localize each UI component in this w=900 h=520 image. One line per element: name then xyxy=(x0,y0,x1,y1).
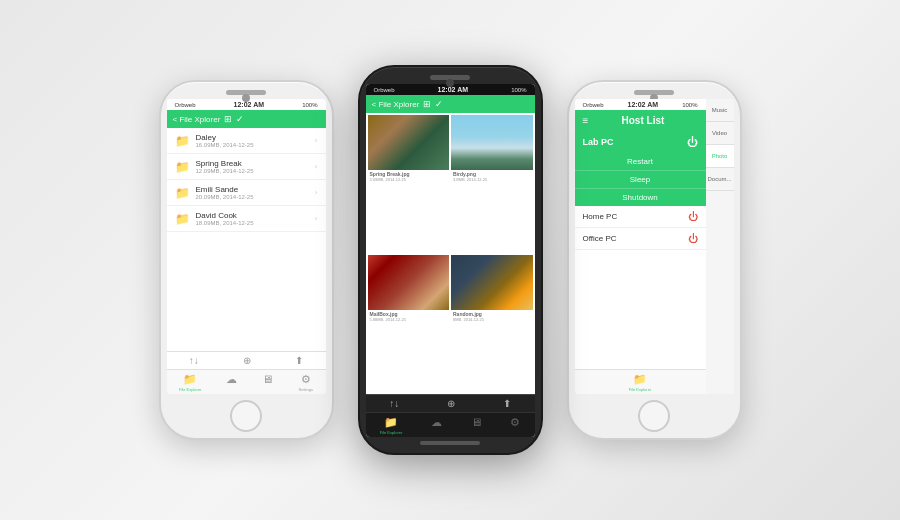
file-item-emili[interactable]: 📁 Emili Sande 20.09MB, 2014-12-25 › xyxy=(167,180,326,206)
left-header-icons: ⊞ ✓ xyxy=(224,114,244,124)
nav-label: File Explorer xyxy=(380,430,402,435)
left-time: 12:02 AM xyxy=(234,101,264,108)
office-pc-name: Office PC xyxy=(583,234,617,243)
middle-home-bar[interactable] xyxy=(420,441,480,445)
left-battery: 100% xyxy=(302,102,317,108)
grid-icon[interactable]: ⊞ xyxy=(224,114,232,124)
add-btn[interactable]: ⊕ xyxy=(243,355,251,366)
middle-phone: Orbweb 12:02 AM 100% < File Xplorer ⊞ ✓ xyxy=(358,65,543,455)
file-info-david: David Cook 18.09MB, 2014-12-25 xyxy=(196,211,309,226)
nav-screen[interactable]: 🖥 xyxy=(471,416,482,435)
nav-settings[interactable]: ⚙ xyxy=(510,416,520,435)
right-bottom-nav: 📁 File Explorer xyxy=(575,369,706,394)
share-btn[interactable]: ⬆ xyxy=(503,398,511,409)
left-app-header: < File Xplorer ⊞ ✓ xyxy=(167,110,326,128)
left-home-btn[interactable] xyxy=(230,400,262,432)
home-pc-name: Home PC xyxy=(583,212,618,221)
folder-icon: 📁 xyxy=(175,186,190,200)
right-carrier: Orbweb xyxy=(583,102,604,108)
nav-cloud[interactable]: ☁ xyxy=(226,373,237,392)
left-phone: Orbweb 12:02 AM 100% < File Xplorer ⊞ ✓ … xyxy=(159,80,334,440)
lab-pc-name: Lab PC xyxy=(583,137,614,147)
check-icon[interactable]: ✓ xyxy=(236,114,244,124)
home-pc-row[interactable]: Home PC ⏻ xyxy=(575,206,706,228)
lab-pc-row[interactable]: Lab PC ⏻ xyxy=(575,131,706,153)
right-phone: Orbweb 12:02 AM 100% ≡ Host List Lab PC … xyxy=(567,80,742,440)
add-icon: ⊕ xyxy=(447,398,455,409)
left-phone-camera xyxy=(242,94,250,102)
middle-header-icons: ⊞ ✓ xyxy=(423,99,443,109)
photo-mailbox-label: MailBox.jpg 5.88MB, 2014-12-25 xyxy=(368,310,450,323)
settings-icon: ⚙ xyxy=(301,373,311,386)
sort-btn[interactable]: ↑↓ xyxy=(189,355,199,366)
nav-fileexplorer[interactable]: 📁 File Explorer xyxy=(380,416,402,435)
sleep-btn[interactable]: Sleep xyxy=(575,171,706,189)
nav-fileexplorer[interactable]: 📁 File Explorer xyxy=(179,373,201,392)
nav-screen[interactable]: 🖥 xyxy=(262,373,273,392)
right-battery: 100% xyxy=(682,102,697,108)
sort-icon: ↑↓ xyxy=(389,398,399,409)
file-name: David Cook xyxy=(196,211,309,220)
tab-music[interactable]: Music xyxy=(706,99,734,122)
power-icon-labpc[interactable]: ⏻ xyxy=(687,136,698,148)
file-meta: 20.09MB, 2014-12-25 xyxy=(196,194,309,200)
chevron-icon: › xyxy=(315,214,318,223)
chevron-icon: › xyxy=(315,136,318,145)
add-btn[interactable]: ⊕ xyxy=(447,398,455,409)
file-meta: 16.09MB, 2014-12-25 xyxy=(196,142,309,148)
right-home-btn[interactable] xyxy=(638,400,670,432)
file-item-david[interactable]: 📁 David Cook 18.09MB, 2014-12-25 › xyxy=(167,206,326,232)
middle-back-btn[interactable]: < File Xplorer xyxy=(372,100,420,109)
middle-battery: 100% xyxy=(511,87,526,93)
sort-btn[interactable]: ↑↓ xyxy=(389,398,399,409)
cloud-icon: ☁ xyxy=(226,373,237,386)
host-list-title: Host List xyxy=(588,115,697,126)
tab-photo[interactable]: Photo xyxy=(706,145,734,168)
photo-springbreak[interactable]: Spring Break.jpg 3.09MB, 2014-12-25 xyxy=(368,115,450,253)
nav-settings[interactable]: ⚙ Settings xyxy=(299,373,313,392)
add-icon: ⊕ xyxy=(243,355,251,366)
grid-icon[interactable]: ⊞ xyxy=(423,99,431,109)
photo-random[interactable]: Random.jpg 8MB, 2014-12-25 xyxy=(451,255,533,393)
chevron-icon: › xyxy=(315,162,318,171)
nav-label: File Explorer xyxy=(629,387,651,392)
left-back-btn[interactable]: < File Xplorer xyxy=(173,115,221,124)
sort-icon: ↑↓ xyxy=(189,355,199,366)
middle-phone-screen: Orbweb 12:02 AM 100% < File Xplorer ⊞ ✓ xyxy=(366,84,535,437)
settings-label: Settings xyxy=(299,387,313,392)
screen-icon: 🖥 xyxy=(262,373,273,385)
right-time: 12:02 AM xyxy=(628,101,658,108)
fileexplorer-icon: 📁 xyxy=(633,373,647,386)
photo-mailbox[interactable]: MailBox.jpg 5.88MB, 2014-12-25 xyxy=(368,255,450,393)
right-status-bar: Orbweb 12:02 AM 100% xyxy=(575,99,706,110)
middle-bottom-nav: 📁 File Explorer ☁ 🖥 ⚙ xyxy=(366,412,535,437)
tab-document[interactable]: Docum... xyxy=(706,168,734,191)
file-info-emili: Emili Sande 20.09MB, 2014-12-25 xyxy=(196,185,309,200)
left-bottom-toolbar: ↑↓ ⊕ ⬆ xyxy=(167,351,326,369)
file-item-daley[interactable]: 📁 Daley 16.09MB, 2014-12-25 › xyxy=(167,128,326,154)
share-btn[interactable]: ⬆ xyxy=(295,355,303,366)
photo-birdy-label: Birdy.png 3.8MB, 2014-12-25 xyxy=(451,170,533,183)
nav-fileexplorer[interactable]: 📁 File Explorer xyxy=(629,373,651,392)
file-item-springbreak[interactable]: 📁 Spring Break 12.09MB, 2014-12-25 › xyxy=(167,154,326,180)
check-icon[interactable]: ✓ xyxy=(435,99,443,109)
folder-icon: 📁 xyxy=(175,134,190,148)
middle-bottom-toolbar: ↑↓ ⊕ ⬆ xyxy=(366,394,535,412)
restart-btn[interactable]: Restart xyxy=(575,153,706,171)
middle-app-header: < File Xplorer ⊞ ✓ xyxy=(366,95,535,113)
nav-label: File Explorer xyxy=(179,387,201,392)
power-icon-homepc[interactable]: ⏻ xyxy=(688,211,698,222)
photo-grid: Spring Break.jpg 3.09MB, 2014-12-25 Bird… xyxy=(366,113,535,394)
left-file-list: 📁 Daley 16.09MB, 2014-12-25 › 📁 Spring B… xyxy=(167,128,326,351)
power-icon-officepc[interactable]: ⏻ xyxy=(688,233,698,244)
photo-birdy[interactable]: Birdy.png 3.8MB, 2014-12-25 xyxy=(451,115,533,253)
file-meta: 12.09MB, 2014-12-25 xyxy=(196,168,309,174)
shutdown-btn[interactable]: Shutdown xyxy=(575,189,706,206)
host-list-header: ≡ Host List xyxy=(575,110,706,131)
tab-video[interactable]: Video xyxy=(706,122,734,145)
nav-cloud[interactable]: ☁ xyxy=(431,416,442,435)
office-pc-row[interactable]: Office PC ⏻ xyxy=(575,228,706,250)
left-phone-screen: Orbweb 12:02 AM 100% < File Xplorer ⊞ ✓ … xyxy=(167,99,326,394)
file-name: Daley xyxy=(196,133,309,142)
share-icon: ⬆ xyxy=(503,398,511,409)
